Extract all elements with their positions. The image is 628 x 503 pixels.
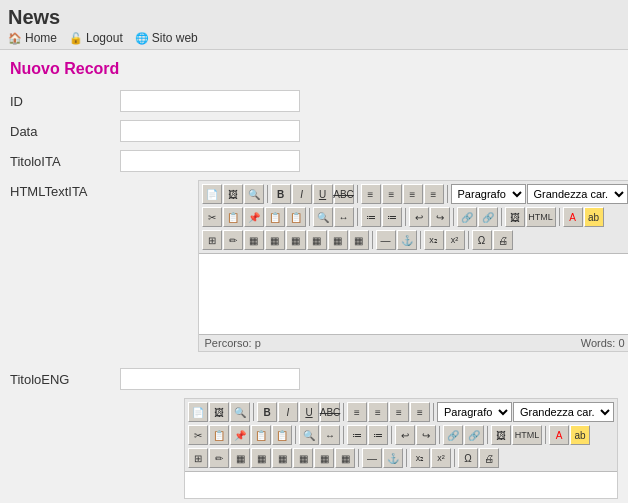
- tb-underline[interactable]: U: [313, 184, 333, 204]
- tb2-sup[interactable]: x²: [431, 448, 451, 468]
- tb2-paragraph-select[interactable]: Paragrafo: [437, 402, 512, 422]
- tb-paste3[interactable]: 📋: [286, 207, 306, 227]
- tb2-col3[interactable]: ▦: [272, 448, 292, 468]
- tb-anchor[interactable]: ⚓: [397, 230, 417, 250]
- tb-fontsize-select[interactable]: Grandezza car.: [527, 184, 628, 204]
- tb2-align-center[interactable]: ≡: [368, 402, 388, 422]
- editor1-body[interactable]: [199, 254, 628, 334]
- tb2-link[interactable]: 🔗: [443, 425, 463, 445]
- tb2-bgcolor[interactable]: ab: [570, 425, 590, 445]
- tb-redo[interactable]: ↪: [430, 207, 450, 227]
- tb2-col4[interactable]: ▦: [293, 448, 313, 468]
- tb2-find[interactable]: 🔍: [299, 425, 319, 445]
- tb2-col1[interactable]: ▦: [230, 448, 250, 468]
- editor2-body[interactable]: [185, 472, 617, 498]
- tb-html[interactable]: HTML: [526, 207, 556, 227]
- tb-align-left[interactable]: ≡: [361, 184, 381, 204]
- tb-bgcolor[interactable]: ab: [584, 207, 604, 227]
- tb-image[interactable]: 🖼: [505, 207, 525, 227]
- tb-align-center[interactable]: ≡: [382, 184, 402, 204]
- tb-paragraph-select[interactable]: Paragrafo: [451, 184, 526, 204]
- tb-print[interactable]: 🖨: [493, 230, 513, 250]
- titoloeng-input[interactable]: [120, 368, 300, 390]
- tb-unlink[interactable]: 🔗: [478, 207, 498, 227]
- editor1-toolbar-row1: 📄 🖼 🔍 B I U ABC ≡ ≡ ≡ ≡ Paragrafo: [202, 183, 628, 205]
- tb-undo[interactable]: ↩: [409, 207, 429, 227]
- tb-fgcolor[interactable]: A: [563, 207, 583, 227]
- tb2-copy[interactable]: 📋: [209, 425, 229, 445]
- tb2-undo[interactable]: ↩: [395, 425, 415, 445]
- id-input[interactable]: [120, 90, 300, 112]
- tb-col2[interactable]: ▦: [265, 230, 285, 250]
- tb-col1[interactable]: ▦: [244, 230, 264, 250]
- tb-list-unordered[interactable]: ≔: [361, 207, 381, 227]
- tb2-underline[interactable]: U: [299, 402, 319, 422]
- tb2-col6[interactable]: ▦: [335, 448, 355, 468]
- tb-italic[interactable]: I: [292, 184, 312, 204]
- tb2-cut[interactable]: ✂: [188, 425, 208, 445]
- tb2-open[interactable]: 🖼: [209, 402, 229, 422]
- tb2-bold[interactable]: B: [257, 402, 277, 422]
- tb2-html[interactable]: HTML: [512, 425, 542, 445]
- tb2-fgcolor[interactable]: A: [549, 425, 569, 445]
- tb2-table[interactable]: ⊞: [188, 448, 208, 468]
- tb-sub[interactable]: x₂: [424, 230, 444, 250]
- tb2-sub[interactable]: x₂: [410, 448, 430, 468]
- tb2-image[interactable]: 🖼: [491, 425, 511, 445]
- tb-preview[interactable]: 🔍: [244, 184, 264, 204]
- tb2-preview[interactable]: 🔍: [230, 402, 250, 422]
- tb2-col2[interactable]: ▦: [251, 448, 271, 468]
- editor2-toolbar-row3: ⊞ ✏ ▦ ▦ ▦ ▦ ▦ ▦ — ⚓ x₂ x² Ω 🖨: [188, 447, 614, 469]
- nav-logout-label: Logout: [86, 31, 123, 45]
- tb-col3[interactable]: ▦: [286, 230, 306, 250]
- tb-paste2[interactable]: 📋: [265, 207, 285, 227]
- tb-sup[interactable]: x²: [445, 230, 465, 250]
- tb-edit[interactable]: ✏: [223, 230, 243, 250]
- tb2-align-left[interactable]: ≡: [347, 402, 367, 422]
- tb2-new-doc[interactable]: 📄: [188, 402, 208, 422]
- data-input[interactable]: [120, 120, 300, 142]
- tb2-strikethrough[interactable]: ABC: [320, 402, 340, 422]
- tb-align-justify[interactable]: ≡: [424, 184, 444, 204]
- tb2-special[interactable]: Ω: [458, 448, 478, 468]
- tb-align-right[interactable]: ≡: [403, 184, 423, 204]
- tb2-align-right[interactable]: ≡: [389, 402, 409, 422]
- tb-bold[interactable]: B: [271, 184, 291, 204]
- tb2-edit[interactable]: ✏: [209, 448, 229, 468]
- tb2-redo[interactable]: ↪: [416, 425, 436, 445]
- nav-sitoweb[interactable]: Sito web: [135, 31, 198, 45]
- titoloita-input[interactable]: [120, 150, 300, 172]
- tb2-print[interactable]: 🖨: [479, 448, 499, 468]
- tb2-anchor[interactable]: ⚓: [383, 448, 403, 468]
- tb2-unlink[interactable]: 🔗: [464, 425, 484, 445]
- tb2-align-justify[interactable]: ≡: [410, 402, 430, 422]
- tb-replace[interactable]: ↔: [334, 207, 354, 227]
- tb2-paste2[interactable]: 📋: [251, 425, 271, 445]
- tb-table[interactable]: ⊞: [202, 230, 222, 250]
- tb2-list-ordered[interactable]: ≔: [368, 425, 388, 445]
- tb-col6[interactable]: ▦: [349, 230, 369, 250]
- tb-new-doc[interactable]: 📄: [202, 184, 222, 204]
- tb2-list-unordered[interactable]: ≔: [347, 425, 367, 445]
- tb2-col5[interactable]: ▦: [314, 448, 334, 468]
- tb-find[interactable]: 🔍: [313, 207, 333, 227]
- tb-cut[interactable]: ✂: [202, 207, 222, 227]
- nav-home[interactable]: Home: [8, 31, 57, 45]
- tb-paste[interactable]: 📌: [244, 207, 264, 227]
- tb-link[interactable]: 🔗: [457, 207, 477, 227]
- tb-col4[interactable]: ▦: [307, 230, 327, 250]
- tb-copy[interactable]: 📋: [223, 207, 243, 227]
- tb2-fontsize-select[interactable]: Grandezza car.: [513, 402, 614, 422]
- tb2-italic[interactable]: I: [278, 402, 298, 422]
- tb2-paste3[interactable]: 📋: [272, 425, 292, 445]
- tb2-replace[interactable]: ↔: [320, 425, 340, 445]
- tb2-hr[interactable]: —: [362, 448, 382, 468]
- tb-strikethrough[interactable]: ABC: [334, 184, 354, 204]
- tb-col5[interactable]: ▦: [328, 230, 348, 250]
- nav-logout[interactable]: Logout: [69, 31, 123, 45]
- tb-hr[interactable]: —: [376, 230, 396, 250]
- tb-open[interactable]: 🖼: [223, 184, 243, 204]
- tb-list-ordered[interactable]: ≔: [382, 207, 402, 227]
- tb2-paste[interactable]: 📌: [230, 425, 250, 445]
- tb-special[interactable]: Ω: [472, 230, 492, 250]
